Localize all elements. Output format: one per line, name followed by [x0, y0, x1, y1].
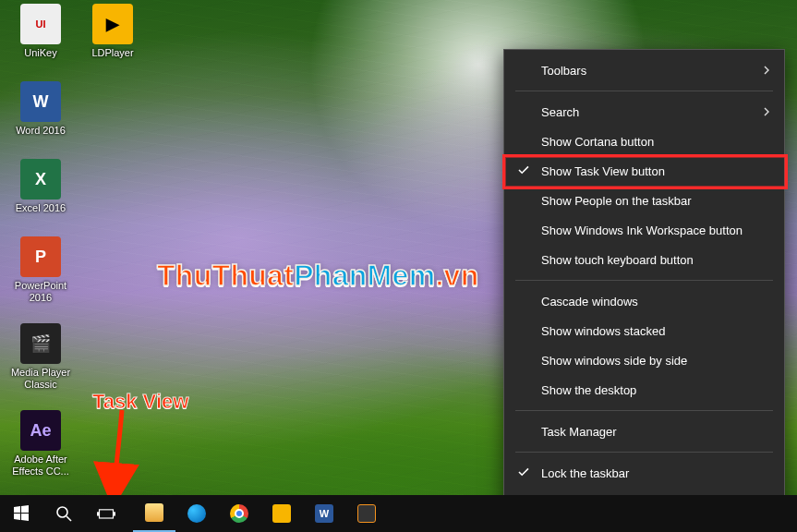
annotation-arrow-taskview	[100, 406, 137, 501]
chrome-icon	[230, 504, 248, 523]
context-menu-label: Search	[541, 105, 579, 119]
context-menu-separator	[515, 410, 773, 411]
windows-icon	[12, 504, 30, 523]
desktop-icon-label: PowerPoint 2016	[6, 280, 76, 304]
taskbar-app-word[interactable]: W	[303, 495, 345, 532]
taskbar-app-edge[interactable]	[175, 495, 218, 532]
context-menu-item[interactable]: Show People on the taskbar	[504, 186, 784, 215]
svg-rect-4	[97, 512, 100, 515]
app-icon: W	[20, 81, 61, 122]
context-menu-separator	[515, 91, 773, 91]
desktop-icon-label: UniKey	[6, 47, 76, 59]
vmware-icon	[357, 504, 376, 523]
context-menu-item[interactable]: Show touch keyboard button	[504, 245, 784, 274]
app-icon: 🎬	[20, 323, 61, 364]
context-menu-item[interactable]: Show Windows Ink Workspace button	[504, 215, 784, 245]
app-icon: ▶	[92, 4, 133, 44]
annotation-highlight	[502, 154, 788, 189]
chevron-right-icon	[762, 105, 771, 119]
context-menu-separator	[515, 452, 773, 453]
context-menu-item[interactable]: Show Cortana button	[504, 127, 784, 156]
context-menu-label: Show windows stacked	[541, 324, 665, 338]
taskbar[interactable]: W	[0, 495, 797, 532]
context-menu-label: Toolbars	[541, 64, 586, 78]
check-icon	[517, 466, 530, 481]
context-menu-item[interactable]: Task Manager	[504, 417, 784, 446]
svg-rect-5	[114, 512, 116, 515]
context-menu-label: Task Manager	[541, 425, 617, 439]
task-view-button[interactable]	[85, 495, 127, 532]
taskbar-app-ldplayer[interactable]	[260, 495, 303, 532]
edge-icon	[187, 504, 206, 523]
context-menu-separator	[515, 280, 773, 281]
desktop-icon-label: Excel 2016	[6, 202, 76, 214]
context-menu-label: Show windows side by side	[541, 354, 687, 368]
chevron-right-icon	[762, 64, 771, 78]
desktop-icon-aftereffects[interactable]: Ae Adobe After Effects CC...	[6, 410, 76, 478]
desktop-icon-word[interactable]: W Word 2016	[6, 81, 76, 137]
context-menu-label: Show People on the taskbar	[541, 194, 692, 208]
context-menu-item[interactable]: Toolbars	[504, 55, 784, 85]
context-menu-item[interactable]: Show windows side by side	[504, 345, 784, 375]
app-icon: P	[20, 236, 61, 277]
context-menu-label: Show touch keyboard button	[541, 253, 694, 267]
task-view-icon	[97, 504, 115, 523]
desktop-icon-label: Word 2016	[6, 125, 76, 137]
desktop-icon-label: Adobe After Effects CC...	[6, 453, 76, 478]
context-menu-item[interactable]: Cascade windows	[504, 286, 784, 316]
desktop-icon-unikey[interactable]: UI UniKey	[6, 4, 76, 59]
taskbar-app-chrome[interactable]	[218, 495, 260, 532]
desktop-icon-label: LDPlayer	[78, 47, 148, 59]
search-button[interactable]	[42, 495, 85, 532]
desktop-icon-mpc[interactable]: 🎬 Media Player Classic	[6, 323, 76, 391]
context-menu-label: Cascade windows	[541, 295, 638, 308]
svg-point-1	[57, 507, 67, 517]
taskbar-context-menu[interactable]: ToolbarsSearchShow Cortana buttonShow Ta…	[503, 49, 785, 524]
desktop-icon-ldplayer[interactable]: ▶ LDPlayer	[78, 4, 148, 59]
file-explorer-icon	[145, 503, 163, 522]
svg-line-2	[66, 516, 71, 521]
context-menu-label: Show Cortana button	[541, 135, 654, 149]
context-menu-item[interactable]: Show the desktop	[504, 375, 784, 405]
context-menu-item[interactable]: Lock the taskbar	[504, 458, 784, 488]
context-menu-label: Show the desktop	[541, 383, 636, 397]
desktop-icon-excel[interactable]: X Excel 2016	[6, 159, 76, 214]
ldplayer-icon	[272, 504, 291, 523]
word-icon: W	[315, 504, 333, 523]
search-icon	[54, 504, 73, 523]
app-icon: Ae	[20, 410, 61, 451]
app-icon: X	[20, 159, 61, 200]
taskbar-app-explorer[interactable]	[133, 495, 175, 532]
context-menu-item[interactable]: Show windows stacked	[504, 316, 784, 345]
watermark-text: ThuThuatPhanMem.vn	[157, 259, 479, 293]
context-menu-label: Lock the taskbar	[541, 466, 629, 480]
svg-rect-3	[100, 510, 114, 518]
context-menu-item[interactable]: Search	[504, 97, 784, 127]
taskbar-app-vmware[interactable]	[345, 495, 388, 532]
start-button[interactable]	[0, 495, 42, 532]
app-icon: UI	[20, 4, 61, 44]
desktop-icon-label: Media Player Classic	[6, 367, 76, 391]
context-menu-label: Show Windows Ink Workspace button	[541, 224, 743, 237]
desktop-icon-powerpoint[interactable]: P PowerPoint 2016	[6, 236, 76, 304]
